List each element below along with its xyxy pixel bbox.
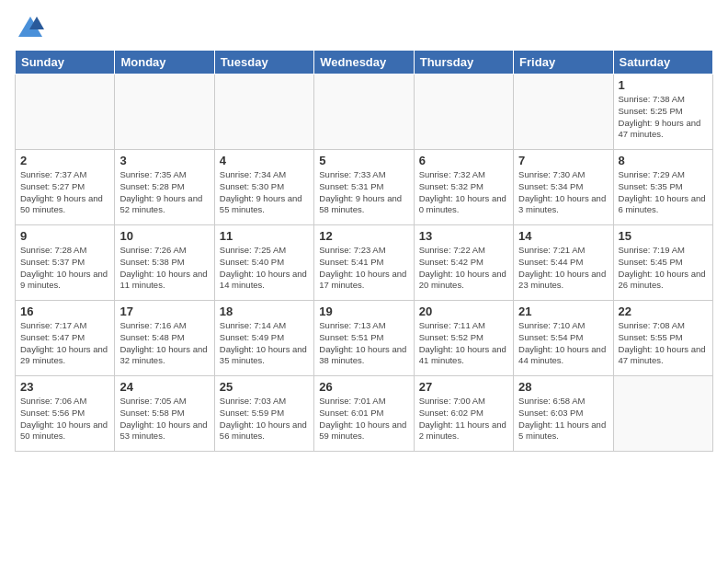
day-info: Sunrise: 7:28 AMSunset: 5:37 PMDaylight:… [20, 245, 109, 292]
day-number: 6 [419, 154, 508, 167]
calendar-cell [115, 75, 214, 150]
day-info: Sunrise: 7:22 AMSunset: 5:42 PMDaylight:… [419, 245, 508, 292]
calendar-cell: 9Sunrise: 7:28 AMSunset: 5:37 PMDaylight… [16, 225, 115, 301]
calendar-cell: 21Sunrise: 7:10 AMSunset: 5:54 PMDayligh… [514, 301, 613, 376]
calendar-cell [514, 75, 613, 150]
col-header-saturday: Saturday [613, 51, 712, 75]
day-info: Sunrise: 7:06 AMSunset: 5:56 PMDaylight:… [20, 396, 109, 442]
day-number: 25 [220, 380, 309, 394]
calendar-cell: 7Sunrise: 7:30 AMSunset: 5:34 PMDaylight… [514, 150, 613, 225]
week-row-0: 1Sunrise: 7:38 AMSunset: 5:25 PMDaylight… [16, 75, 713, 150]
calendar-cell: 22Sunrise: 7:08 AMSunset: 5:55 PMDayligh… [613, 301, 712, 376]
week-row-1: 2Sunrise: 7:37 AMSunset: 5:27 PMDaylight… [16, 150, 713, 225]
calendar-cell: 19Sunrise: 7:13 AMSunset: 5:51 PMDayligh… [314, 301, 414, 376]
day-number: 26 [319, 380, 408, 394]
day-info: Sunrise: 7:00 AMSunset: 6:02 PMDaylight:… [419, 396, 508, 442]
day-number: 14 [518, 229, 608, 243]
day-number: 23 [20, 380, 109, 394]
page-container: SundayMondayTuesdayWednesdayThursdayFrid… [0, 0, 728, 563]
col-header-thursday: Thursday [414, 51, 513, 75]
day-number: 7 [518, 154, 608, 167]
day-number: 13 [419, 229, 508, 243]
calendar-cell: 10Sunrise: 7:26 AMSunset: 5:38 PMDayligh… [115, 225, 214, 301]
day-number: 17 [119, 304, 209, 318]
calendar-cell [16, 75, 115, 150]
calendar-cell: 2Sunrise: 7:37 AMSunset: 5:27 PMDaylight… [16, 150, 115, 225]
calendar-cell: 24Sunrise: 7:05 AMSunset: 5:58 PMDayligh… [115, 376, 214, 452]
day-info: Sunrise: 7:01 AMSunset: 6:01 PMDaylight:… [319, 396, 408, 442]
logo-icon [17, 15, 44, 42]
day-info: Sunrise: 7:08 AMSunset: 5:55 PMDaylight:… [619, 320, 708, 367]
day-info: Sunrise: 7:23 AMSunset: 5:41 PMDaylight:… [319, 245, 408, 292]
day-number: 27 [419, 380, 508, 394]
day-number: 21 [518, 304, 608, 318]
day-info: Sunrise: 7:03 AMSunset: 5:59 PMDaylight:… [220, 396, 309, 442]
col-header-wednesday: Wednesday [314, 51, 414, 75]
calendar-cell: 13Sunrise: 7:22 AMSunset: 5:42 PMDayligh… [414, 225, 513, 301]
day-info: Sunrise: 7:35 AMSunset: 5:28 PMDaylight:… [119, 169, 209, 216]
day-info: Sunrise: 7:37 AMSunset: 5:27 PMDaylight:… [20, 169, 109, 216]
calendar-cell: 3Sunrise: 7:35 AMSunset: 5:28 PMDaylight… [115, 150, 214, 225]
day-number: 2 [20, 154, 109, 167]
col-header-tuesday: Tuesday [214, 51, 313, 75]
day-info: Sunrise: 7:25 AMSunset: 5:40 PMDaylight:… [220, 245, 309, 292]
calendar-cell [613, 376, 712, 452]
calendar-cell: 23Sunrise: 7:06 AMSunset: 5:56 PMDayligh… [16, 376, 115, 452]
day-number: 5 [319, 154, 408, 167]
day-number: 18 [220, 304, 309, 318]
calendar-cell: 8Sunrise: 7:29 AMSunset: 5:35 PMDaylight… [613, 150, 712, 225]
week-row-3: 16Sunrise: 7:17 AMSunset: 5:47 PMDayligh… [16, 301, 713, 376]
calendar-cell: 25Sunrise: 7:03 AMSunset: 5:59 PMDayligh… [214, 376, 313, 452]
calendar: SundayMondayTuesdayWednesdayThursdayFrid… [15, 50, 713, 452]
day-info: Sunrise: 7:21 AMSunset: 5:44 PMDaylight:… [518, 245, 608, 292]
calendar-cell: 4Sunrise: 7:34 AMSunset: 5:30 PMDaylight… [214, 150, 313, 225]
col-header-friday: Friday [514, 51, 613, 75]
col-header-sunday: Sunday [16, 51, 115, 75]
day-info: Sunrise: 7:14 AMSunset: 5:49 PMDaylight:… [220, 320, 309, 367]
col-header-monday: Monday [115, 51, 214, 75]
calendar-cell: 27Sunrise: 7:00 AMSunset: 6:02 PMDayligh… [414, 376, 513, 452]
header [15, 15, 713, 42]
calendar-cell: 12Sunrise: 7:23 AMSunset: 5:41 PMDayligh… [314, 225, 414, 301]
day-info: Sunrise: 7:16 AMSunset: 5:48 PMDaylight:… [119, 320, 209, 367]
day-info: Sunrise: 7:33 AMSunset: 5:31 PMDaylight:… [319, 169, 408, 216]
day-number: 8 [619, 154, 708, 167]
day-info: Sunrise: 7:05 AMSunset: 5:58 PMDaylight:… [119, 396, 209, 442]
calendar-cell: 18Sunrise: 7:14 AMSunset: 5:49 PMDayligh… [214, 301, 313, 376]
day-number: 20 [419, 304, 508, 318]
day-info: Sunrise: 7:32 AMSunset: 5:32 PMDaylight:… [419, 169, 508, 216]
week-row-2: 9Sunrise: 7:28 AMSunset: 5:37 PMDaylight… [16, 225, 713, 301]
calendar-cell: 14Sunrise: 7:21 AMSunset: 5:44 PMDayligh… [514, 225, 613, 301]
day-number: 28 [518, 380, 608, 394]
calendar-cell [414, 75, 513, 150]
calendar-cell: 26Sunrise: 7:01 AMSunset: 6:01 PMDayligh… [314, 376, 414, 452]
day-number: 11 [220, 229, 309, 243]
day-number: 19 [319, 304, 408, 318]
day-info: Sunrise: 7:29 AMSunset: 5:35 PMDaylight:… [619, 169, 708, 216]
week-row-4: 23Sunrise: 7:06 AMSunset: 5:56 PMDayligh… [16, 376, 713, 452]
day-number: 12 [319, 229, 408, 243]
calendar-cell: 17Sunrise: 7:16 AMSunset: 5:48 PMDayligh… [115, 301, 214, 376]
day-number: 3 [119, 154, 209, 167]
day-number: 24 [119, 380, 209, 394]
calendar-cell: 20Sunrise: 7:11 AMSunset: 5:52 PMDayligh… [414, 301, 513, 376]
calendar-cell: 28Sunrise: 6:58 AMSunset: 6:03 PMDayligh… [514, 376, 613, 452]
calendar-cell: 1Sunrise: 7:38 AMSunset: 5:25 PMDaylight… [613, 75, 712, 150]
calendar-cell [214, 75, 313, 150]
day-number: 1 [619, 78, 708, 92]
day-info: Sunrise: 7:30 AMSunset: 5:34 PMDaylight:… [518, 169, 608, 216]
calendar-cell: 15Sunrise: 7:19 AMSunset: 5:45 PMDayligh… [613, 225, 712, 301]
logo [15, 15, 44, 42]
day-info: Sunrise: 7:17 AMSunset: 5:47 PMDaylight:… [20, 320, 109, 367]
day-number: 9 [20, 229, 109, 243]
day-info: Sunrise: 6:58 AMSunset: 6:03 PMDaylight:… [518, 396, 608, 442]
day-info: Sunrise: 7:26 AMSunset: 5:38 PMDaylight:… [119, 245, 209, 292]
calendar-cell: 16Sunrise: 7:17 AMSunset: 5:47 PMDayligh… [16, 301, 115, 376]
day-info: Sunrise: 7:38 AMSunset: 5:25 PMDaylight:… [619, 94, 708, 141]
calendar-cell [314, 75, 414, 150]
day-info: Sunrise: 7:11 AMSunset: 5:52 PMDaylight:… [419, 320, 508, 367]
day-number: 4 [220, 154, 309, 167]
day-number: 22 [619, 304, 708, 318]
day-number: 10 [119, 229, 209, 243]
calendar-cell: 5Sunrise: 7:33 AMSunset: 5:31 PMDaylight… [314, 150, 414, 225]
